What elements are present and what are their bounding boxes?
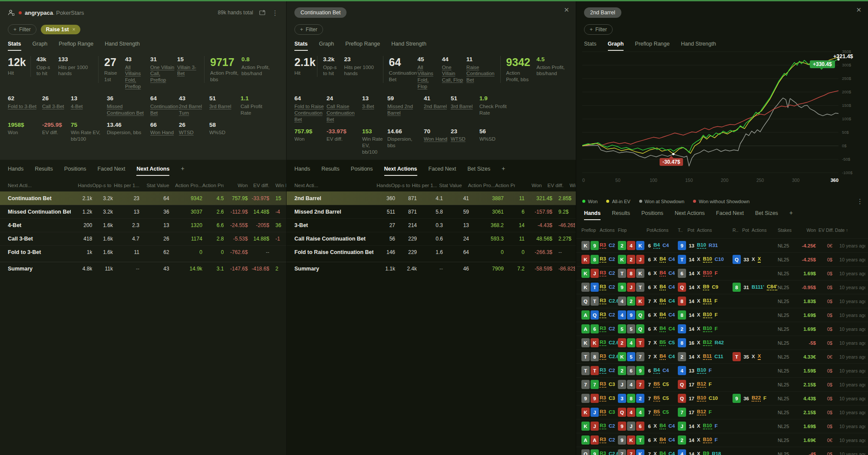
stat-label[interactable]: Fold to 3-Bet: [8, 103, 40, 110]
tab-positions[interactable]: Positions: [351, 166, 373, 176]
column-header-pot[interactable]: Pot: [647, 228, 653, 233]
remove-filter-icon[interactable]: ×: [72, 26, 75, 33]
hand-row[interactable]: QTR3C2.642K7XB4C4814XB11FNL251.83$0$10 y…: [576, 294, 868, 308]
column-header-hits-per-1[interactable]: Hits per 1...: [412, 183, 437, 188]
stat-link[interactable]: Won Hand: [150, 130, 174, 135]
tab-preflop-range[interactable]: Preflop Range: [635, 41, 670, 51]
tab-positions[interactable]: Positions: [64, 166, 86, 176]
legend-item-won-at-showdown[interactable]: Won at Showdown: [639, 199, 685, 204]
column-header-opp-s-to[interactable]: Opp-s to ...: [92, 183, 113, 188]
hand-row[interactable]: Q9R3C2.677K7XB4C4414XB9R18NL25-4$0$10 ye…: [576, 447, 868, 455]
table-row[interactable]: Continuation Bet2.1k3.2k236493424.5757.9…: [0, 191, 286, 205]
column-header-won[interactable]: Won: [224, 183, 248, 188]
stat-label[interactable]: WTSD: [179, 129, 207, 136]
stat-link[interactable]: Won Hand: [424, 136, 447, 142]
stat-label[interactable]: 2nd Barrel: [424, 103, 448, 110]
tab-hands[interactable]: Hands: [294, 166, 310, 176]
hand-row[interactable]: KJR3C2T8K6XB4C4614XB10FNL251.69$0$10 yea…: [576, 266, 868, 280]
tab-bet-sizes[interactable]: Bet Sizes: [755, 210, 778, 220]
tab-bet-sizes[interactable]: Bet Sizes: [467, 166, 490, 176]
tab-graph[interactable]: Graph: [33, 41, 48, 51]
stat-link[interactable]: 3rd Barrel: [451, 104, 473, 109]
stat-link[interactable]: Missed Continuation Bet: [107, 104, 144, 115]
column-header-action-pro[interactable]: Action Pro...: [462, 183, 495, 188]
tab-next-actions[interactable]: Next Actions: [136, 166, 169, 176]
tab-faced-next[interactable]: Faced Next: [98, 166, 125, 176]
tab-faced-next[interactable]: Faced Next: [429, 166, 456, 176]
legend-item-won[interactable]: Won: [582, 199, 597, 204]
popup-title-chip[interactable]: 2nd Barrel: [584, 7, 621, 18]
hand-row[interactable]: 99R3C33827B5C5Q17B10C10936B22FNL254.43$0…: [576, 391, 868, 405]
hand-row[interactable]: KJR3C29J66XB4C4J14XB10FNL251.69$0$10 yea…: [576, 419, 868, 433]
tab-stats[interactable]: Stats: [8, 41, 21, 51]
stat-label[interactable]: Call Raise Continuation Bet: [327, 103, 360, 123]
column-header-ev-diff[interactable]: EV diff.: [542, 183, 564, 188]
column-header-t[interactable]: T..: [678, 228, 686, 233]
tab-hands[interactable]: Hands: [584, 210, 601, 220]
hand-row[interactable]: A6R3C255Q6XB4C4214XB10FNL251.69$0$10 yea…: [576, 322, 868, 336]
hand-row[interactable]: KJR3C3Q447B5C5717B12FNL252.15$0$10 years…: [576, 405, 868, 419]
column-header-won[interactable]: Won: [796, 228, 818, 233]
stat-label[interactable]: 3rd Barrel: [209, 103, 238, 110]
stat-link[interactable]: Call Raise Continuation Bet: [327, 104, 355, 122]
hand-row[interactable]: TTR3C22696B4C4413B10FNL251.59$0$10 years…: [576, 363, 868, 377]
hand-row[interactable]: K9R3C224K6B4C4913B10R31NL25-4.25€0€10 ye…: [576, 238, 868, 252]
tab-positions[interactable]: Positions: [641, 210, 663, 220]
stat-link[interactable]: One Villain Call, Preflop: [150, 65, 174, 83]
add-filter-button[interactable]: +Filter: [294, 24, 323, 35]
column-header-r[interactable]: R..: [733, 228, 741, 233]
column-header-stakes[interactable]: Stakes: [778, 228, 796, 233]
column-header-hands[interactable]: Hands: [370, 183, 391, 188]
stat-link[interactable]: WTSD: [179, 130, 194, 135]
stat-link[interactable]: One Villain Call, Flop: [442, 65, 463, 83]
column-header-action-pro[interactable]: Action Pro...: [495, 183, 515, 188]
tab-results[interactable]: Results: [321, 166, 340, 176]
column-header-actions[interactable]: Actions: [752, 228, 778, 233]
tab-preflop-range[interactable]: Preflop Range: [345, 41, 380, 51]
tab-plus[interactable]: +: [502, 165, 505, 176]
tab-stats[interactable]: Stats: [294, 41, 308, 51]
hand-row[interactable]: KKR3C2.624T7XB5C5816XB12R42NL25-5$0$10 y…: [576, 336, 868, 349]
table-row[interactable]: Summary4.8k11k--4314.9k3.1-147.6$-418.6$…: [0, 262, 286, 275]
add-filter-button[interactable]: +Filter: [584, 24, 613, 35]
column-header-hits-per-1[interactable]: Hits per 1...: [113, 183, 139, 188]
stat-label[interactable]: Continuation Bet: [150, 103, 176, 116]
stat-label[interactable]: 4-Bet: [71, 103, 104, 110]
table-row[interactable]: Call 3-Bet4181.6k4.72611742.8-5.53$14.88…: [0, 232, 286, 245]
stat-link[interactable]: Fold to Raise Continuation Bet: [294, 104, 324, 122]
tab-results[interactable]: Results: [612, 210, 630, 220]
tab-hand-strength[interactable]: Hand Strength: [105, 41, 140, 51]
column-header-win[interactable]: Win: [564, 183, 576, 188]
tab-graph[interactable]: Graph: [319, 41, 334, 51]
column-header-actions[interactable]: Actions: [653, 228, 678, 233]
hand-row[interactable]: 77R3C3J477B5C5Q17B12FNL252.15$0$10 years…: [576, 377, 868, 391]
stat-label[interactable]: All Villains Fold, Preflop: [125, 64, 148, 90]
table-row[interactable]: Fold to 3-Bet1k1.6k116200-762.6$--: [0, 245, 286, 259]
column-header-opp-s-to[interactable]: Opp-s to ...: [391, 183, 412, 188]
column-header-date[interactable]: Date ↑: [835, 228, 865, 233]
hand-row[interactable]: T8R3C2.6K577XB4C4214XB11C11T35XXNL254.33…: [576, 349, 868, 363]
column-header-hands[interactable]: Hands: [71, 183, 92, 188]
column-header-stat-value[interactable]: Stat Value: [437, 183, 462, 188]
stat-label[interactable]: Won Hand: [150, 129, 176, 136]
popup-title-chip[interactable]: Continuation Bet: [294, 7, 347, 18]
column-header-actions[interactable]: Actions: [600, 228, 618, 233]
hand-row[interactable]: AQR3C249Q6XB4C4814XB10FNL251.69$0$10 yea…: [576, 308, 868, 322]
stat-label[interactable]: Won Hand: [424, 136, 448, 142]
tab-stats[interactable]: Stats: [584, 41, 597, 51]
window-menu-icon[interactable]: ⋮: [272, 10, 278, 16]
tab-next-actions[interactable]: Next Actions: [675, 210, 705, 220]
active-filter-chip[interactable]: Raise 1st×: [41, 25, 81, 34]
table-row[interactable]: 3-Bet272140.313368.214-4.43$-46.26$: [287, 218, 576, 232]
table-row[interactable]: 4-Bet2001.6k2.31313206.6-24.55$-205$36: [0, 218, 286, 232]
table-row[interactable]: Missed 2nd Barrel5118715.85930616-157.9$…: [287, 205, 576, 218]
column-header-flop[interactable]: Flop: [618, 228, 647, 233]
stat-label[interactable]: Fold to Raise Continuation Bet: [294, 103, 324, 123]
table-row[interactable]: Call Raise Continuation Bet562290.624593…: [287, 232, 576, 245]
stat-label[interactable]: Missed 2nd Barrel: [387, 103, 421, 116]
column-header-next-acti[interactable]: Next Acti...: [8, 183, 71, 188]
stat-link[interactable]: Call 3-Bet: [42, 104, 64, 109]
column-header-ev-diff[interactable]: EV Diff.: [818, 228, 835, 233]
stat-label[interactable]: Missed Continuation Bet: [107, 103, 148, 116]
hand-row[interactable]: AAR3C29KT6XB4C4214XB10FNL251.69€0€10 yea…: [576, 433, 868, 447]
